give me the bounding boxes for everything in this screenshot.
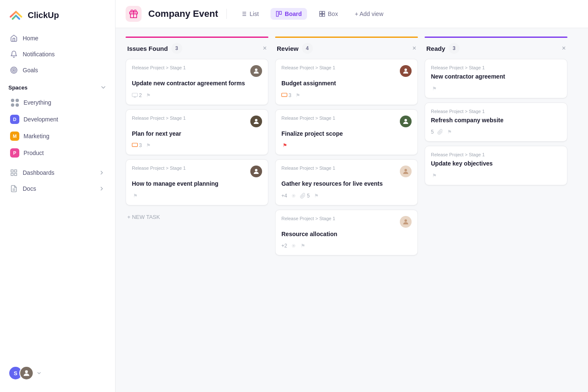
home-icon [10,34,18,42]
docs-label: Docs [23,185,36,192]
sidebar-item-everything[interactable]: Everything [5,94,110,111]
user-avatars: S [8,366,34,380]
card-c1-flag: ⚑ [145,92,152,99]
column-top-bar-ready [425,37,567,38]
logo: ClickUp [0,0,115,30]
card-rd2-count: 5 [431,129,434,135]
column-close-ready[interactable]: × [562,45,566,52]
svg-rect-25 [132,93,138,96]
column-title-issues: Issues Found [127,45,168,52]
svg-rect-23 [322,14,324,16]
everything-label: Everything [24,99,51,106]
sidebar-item-development[interactable]: D Development [5,111,110,128]
tab-board[interactable]: Board [270,8,307,20]
card-r1-footer: 3 ⚑ [281,92,412,99]
card-r2-meta: Release Project > Stage 1 [281,116,412,127]
card-rd1: Release Project > Stage 1 New contractor… [425,59,567,98]
card-c1-breadcrumb: Release Project > Stage 1 [132,65,186,70]
comment-icon-r1 [281,93,287,98]
new-task-button[interactable]: + NEW TASK [126,210,268,224]
card-c1-title: Update new contractor agreement forms [132,79,262,88]
main-content: Company Event List Board Box + Add view … [116,0,588,392]
sidebar-item-marketing[interactable]: M Marketing [5,128,110,145]
card-r3-flag: ⚑ [313,192,320,199]
svg-point-32 [404,169,407,171]
card-r2-avatar [400,116,412,127]
card-r3-extra: +4 [281,193,287,199]
card-r3-title: Gather key resources for live events [281,180,412,188]
tab-board-label: Board [285,11,302,17]
sidebar-item-docs[interactable]: Docs [5,181,110,197]
sidebar-item-product[interactable]: P Product [5,145,110,161]
card-rd1-breadcrumb: Release Project > Stage 1 [431,65,485,70]
sidebar-footer: S [0,361,115,385]
svg-rect-20 [320,11,322,13]
card-rd2-meta: Release Project > Stage 1 [431,109,561,114]
card-r1-breadcrumb: Release Project > Stage 1 [281,65,335,70]
svg-point-37 [292,245,295,247]
column-close-review[interactable]: × [412,45,416,52]
paperclip-icon-r3 [300,193,306,199]
product-label: Product [24,150,44,156]
comment-icon [132,93,138,98]
svg-point-2 [13,70,15,71]
sidebar-nav: Home Notifications Goals [0,30,115,78]
box-icon [319,11,326,17]
svg-point-34 [292,194,295,197]
card-rd3-meta: Release Project > Stage 1 [431,152,561,157]
card-c3-footer: ⚑ [132,192,262,199]
sidebar-item-goals[interactable]: Goals [5,62,110,78]
svg-rect-30 [282,93,287,96]
tag-icon-r3 [291,193,297,199]
logo-text: ClickUp [28,11,59,20]
card-r1-meta: Release Project > Stage 1 [281,65,412,77]
list-icon [240,11,247,17]
tab-list[interactable]: List [235,8,264,20]
sidebar-item-dashboards[interactable]: Dashboards [5,165,110,181]
card-r2: Release Project > Stage 1 Finalize proje… [275,109,418,155]
sidebar-item-home-label: Home [23,35,38,42]
card-rd1-meta: Release Project > Stage 1 [431,65,561,70]
card-rd1-title: New contractor agreement [431,73,561,81]
card-c2-breadcrumb: Release Project > Stage 1 [132,116,186,121]
card-c1: Release Project > Stage 1 Update new con… [126,59,268,105]
clickup-logo-icon [8,8,24,23]
card-c1-comments: 2 [132,92,142,98]
column-count-ready: 3 [449,43,459,54]
dashboard-icon [10,169,18,176]
sidebar-item-notifications[interactable]: Notifications [5,46,110,62]
column-close-issues[interactable]: × [263,45,267,52]
column-top-bar-issues [126,37,268,38]
sidebar-bottom-nav: Dashboards Docs [0,165,115,197]
chevron-right-docs-icon [98,185,105,192]
user-menu-chevron-icon[interactable] [36,370,42,376]
add-view-button[interactable]: + Add view [350,8,388,20]
chevron-down-icon [100,84,107,91]
tab-list-label: List [249,11,259,17]
column-header-review: Review 4 × [275,43,418,59]
column-header-issues: Issues Found 3 × [126,43,268,59]
spaces-header[interactable]: Spaces [0,78,115,94]
card-c2: Release Project > Stage 1 Plan for next … [126,109,268,155]
card-c2-flag: ⚑ [145,142,152,149]
svg-point-9 [25,370,28,373]
card-r2-footer: ⚑ [281,142,412,149]
card-rd2-footer: 5 ⚑ [431,129,561,135]
svg-point-29 [404,68,407,71]
card-r4-extra: +2 [281,243,287,249]
card-r4-footer: +2 ⚑ [281,242,412,249]
sidebar: ClickUp Home Notifications Goals Spaces [0,0,116,392]
sidebar-item-home[interactable]: Home [5,30,110,46]
card-r1: Release Project > Stage 1 Budget assignm… [275,59,418,105]
card-c1-footer: 2 ⚑ [132,92,262,99]
tab-box[interactable]: Box [314,8,343,20]
svg-point-26 [255,119,257,121]
svg-rect-6 [11,174,13,176]
development-label: Development [24,116,58,123]
card-rd2-flag: ⚑ [446,129,453,135]
comment-bubble-icon [132,143,138,148]
column-ready: Ready 3 × Release Project > Stage 1 New … [425,37,567,384]
card-rd3-flag: ⚑ [431,172,438,179]
column-review: Review 4 × Release Project > Stage 1 Bud… [275,37,418,384]
add-view-label: + Add view [355,11,383,17]
